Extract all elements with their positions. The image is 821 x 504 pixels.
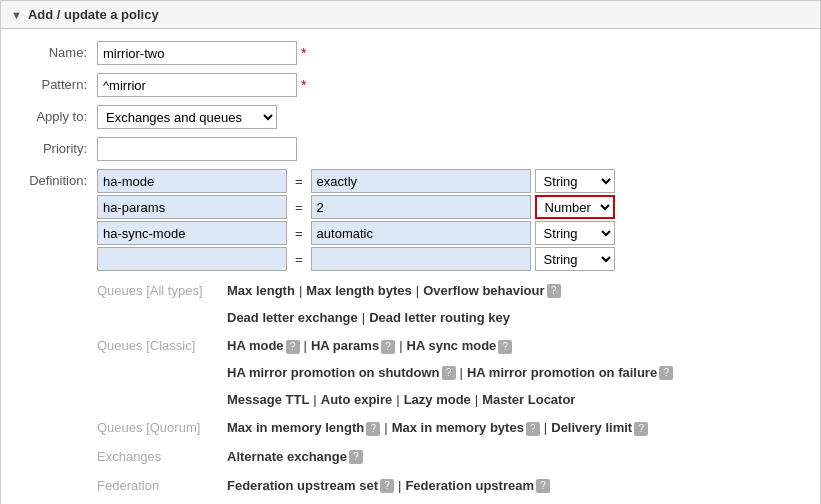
definition-row-2: =StringNumberBooleanList — [97, 221, 615, 245]
hint-row-2: Queues [Quorum]Max in memory length? | M… — [97, 416, 804, 441]
apply-to-control-area: Exchanges and queuesExchangesQueues — [97, 105, 804, 129]
toggle-arrow-icon[interactable]: ▼ — [11, 9, 22, 21]
def-type-select-1[interactable]: StringNumberBooleanList — [535, 195, 615, 219]
hint-link-1-1-3[interactable]: HA mirror promotion on failure — [467, 361, 657, 386]
def-type-select-2[interactable]: StringNumberBooleanList — [535, 221, 615, 245]
hint-link-1-1-0[interactable]: HA mirror promotion on shutdown — [227, 361, 440, 386]
hint-sep-2-0-2: | — [384, 416, 387, 441]
hint-link-1-0-0[interactable]: HA mode — [227, 334, 284, 359]
hint-row-0: Queues [All types]Max length | Max lengt… — [97, 279, 804, 330]
def-value-input-3[interactable] — [311, 247, 531, 271]
hint-row-1: Queues [Classic]HA mode? | HA params? | … — [97, 334, 804, 412]
hint-q-icon-3-0-1[interactable]: ? — [349, 450, 363, 464]
hint-q-icon-1-0-1[interactable]: ? — [286, 340, 300, 354]
hint-q-icon-0-0-5[interactable]: ? — [547, 284, 561, 298]
hint-link-3-0-0[interactable]: Alternate exchange — [227, 445, 347, 470]
pattern-label: Pattern: — [17, 73, 97, 92]
hint-q-icon-2-0-4[interactable]: ? — [526, 422, 540, 436]
hint-category-0: Queues [All types] — [97, 281, 227, 298]
hint-row-3: ExchangesAlternate exchange? — [97, 445, 804, 470]
def-equals-0: = — [291, 174, 307, 189]
def-key-input-1[interactable] — [97, 195, 287, 219]
def-equals-1: = — [291, 200, 307, 215]
hint-q-icon-2-0-1[interactable]: ? — [366, 422, 380, 436]
hint-line-4-0: Federation upstream set? | Federation up… — [227, 474, 550, 499]
hint-link-1-0-3[interactable]: HA params — [311, 334, 379, 359]
hint-links-0: Max length | Max length bytes | Overflow… — [227, 279, 561, 330]
hint-row-4: FederationFederation upstream set? | Fed… — [97, 474, 804, 499]
def-key-input-3[interactable] — [97, 247, 287, 271]
def-type-select-0[interactable]: StringNumberBooleanList — [535, 169, 615, 193]
hint-sep-1-2-3: | — [396, 388, 399, 413]
definition-row-1: =StringNumberBooleanList — [97, 195, 615, 219]
apply-to-select[interactable]: Exchanges and queuesExchangesQueues — [97, 105, 277, 129]
hint-q-icon-1-0-7[interactable]: ? — [498, 340, 512, 354]
hint-link-0-1-0[interactable]: Dead letter exchange — [227, 306, 358, 331]
hint-sep-0-0-1: | — [299, 279, 302, 304]
def-value-input-0[interactable] — [311, 169, 531, 193]
apply-to-row: Apply to: Exchanges and queuesExchangesQ… — [17, 105, 804, 129]
hint-link-4-0-0[interactable]: Federation upstream set — [227, 474, 378, 499]
definition-label: Definition: — [17, 169, 97, 188]
def-type-select-3[interactable]: StringNumberBooleanList — [535, 247, 615, 271]
hint-sep-1-2-1: | — [313, 388, 316, 413]
hint-q-icon-1-0-4[interactable]: ? — [381, 340, 395, 354]
panel-header: ▼ Add / update a policy — [1, 1, 820, 29]
name-label: Name: — [17, 41, 97, 60]
definition-row: Definition: =StringNumberBooleanList=Str… — [17, 169, 804, 271]
hint-link-2-0-3[interactable]: Max in memory bytes — [392, 416, 524, 441]
hint-link-0-1-2[interactable]: Dead letter routing key — [369, 306, 510, 331]
hint-link-1-2-2[interactable]: Auto expire — [321, 388, 393, 413]
definition-area: =StringNumberBooleanList=StringNumberBoo… — [97, 169, 615, 271]
hint-link-1-2-0[interactable]: Message TTL — [227, 388, 309, 413]
hint-q-icon-1-1-4[interactable]: ? — [659, 366, 673, 380]
hint-line-0-1: Dead letter exchange | Dead letter routi… — [227, 306, 561, 331]
name-input[interactable] — [97, 41, 297, 65]
hint-link-0-0-0[interactable]: Max length — [227, 279, 295, 304]
hint-category-3: Exchanges — [97, 447, 227, 464]
hint-link-2-0-6[interactable]: Delivery limit — [551, 416, 632, 441]
hint-sep-1-2-5: | — [475, 388, 478, 413]
hint-sep-1-0-5: | — [399, 334, 402, 359]
name-control-area: * — [97, 41, 804, 65]
def-value-input-2[interactable] — [311, 221, 531, 245]
priority-input[interactable] — [97, 137, 297, 161]
hint-line-0-0: Max length | Max length bytes | Overflow… — [227, 279, 561, 304]
def-equals-3: = — [291, 252, 307, 267]
def-equals-2: = — [291, 226, 307, 241]
hint-category-4: Federation — [97, 476, 227, 493]
name-required-star: * — [301, 45, 306, 61]
def-key-input-2[interactable] — [97, 221, 287, 245]
pattern-input[interactable] — [97, 73, 297, 97]
def-key-input-0[interactable] — [97, 169, 287, 193]
hint-link-1-2-4[interactable]: Lazy mode — [404, 388, 471, 413]
hint-category-1: Queues [Classic] — [97, 336, 227, 353]
hint-category-2: Queues [Quorum] — [97, 418, 227, 435]
hint-line-1-0: HA mode? | HA params? | HA sync mode? — [227, 334, 673, 359]
hint-q-icon-2-0-7[interactable]: ? — [634, 422, 648, 436]
hint-link-1-0-6[interactable]: HA sync mode — [407, 334, 497, 359]
hint-link-2-0-0[interactable]: Max in memory length — [227, 416, 364, 441]
hint-link-4-0-3[interactable]: Federation upstream — [405, 474, 534, 499]
definition-row-3: =StringNumberBooleanList — [97, 247, 615, 271]
hint-q-icon-4-0-4[interactable]: ? — [536, 479, 550, 493]
hint-sep-1-1-2: | — [460, 361, 463, 386]
priority-control-area — [97, 137, 804, 161]
hint-link-1-2-6[interactable]: Master Locator — [482, 388, 575, 413]
priority-row: Priority: — [17, 137, 804, 161]
hint-line-1-1: HA mirror promotion on shutdown? | HA mi… — [227, 361, 673, 386]
hint-link-0-0-4[interactable]: Overflow behaviour — [423, 279, 544, 304]
hint-link-0-0-2[interactable]: Max length bytes — [306, 279, 411, 304]
hint-line-3-0: Alternate exchange? — [227, 445, 363, 470]
pattern-row: Pattern: * — [17, 73, 804, 97]
def-value-input-1[interactable] — [311, 195, 531, 219]
hint-links-1: HA mode? | HA params? | HA sync mode?HA … — [227, 334, 673, 412]
hint-line-1-2: Message TTL | Auto expire | Lazy mode | … — [227, 388, 673, 413]
hint-links-4: Federation upstream set? | Federation up… — [227, 474, 550, 499]
name-row: Name: * — [17, 41, 804, 65]
hint-q-icon-1-1-1[interactable]: ? — [442, 366, 456, 380]
pattern-required-star: * — [301, 77, 306, 93]
hint-line-2-0: Max in memory length? | Max in memory by… — [227, 416, 648, 441]
panel-title: Add / update a policy — [28, 7, 159, 22]
hint-q-icon-4-0-1[interactable]: ? — [380, 479, 394, 493]
